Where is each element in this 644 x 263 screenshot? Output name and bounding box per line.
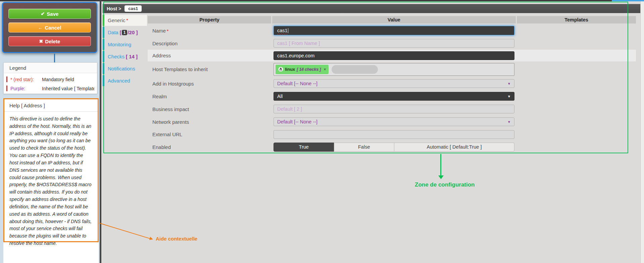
help-annotation-label: Aide contextuelle [156,236,197,242]
tab-advanced[interactable]: Advanced [103,75,147,86]
help-panel: Help [ Address ] This directive is used … [3,98,99,242]
property-label: Enabled [148,144,271,150]
tab-notifications[interactable]: Notifications [103,63,147,74]
menu-actions-panel: ✔ Save ← Cancel ✖ Delete [2,2,97,53]
template-tag-name: linux [285,67,295,72]
form-tabs: Generic * Data [ 1 /20 ] Monitoring Chec… [103,15,147,87]
configuration-zone-arrow [440,154,441,175]
breadcrumb-section: Host > [107,6,121,11]
name-input[interactable]: cas1 [274,26,514,35]
template-tag-linux[interactable]: linux [ 14 checks ] × [276,65,329,74]
legend-color-bar [6,86,7,91]
tab-label: Checks [108,54,125,59]
host-config-page: ✔ Save ← Cancel ✖ Delete Menu Actions Le… [0,0,644,263]
property-label: Realm [148,94,271,99]
table-row-description: Description [148,37,636,50]
template-tag-checks: [ 14 checks ] [297,67,321,72]
property-label: Address [148,53,271,58]
property-label: Add in Hostgroups [148,81,271,87]
menu-actions-arrow [54,54,55,63]
tab-monitoring[interactable]: Monitoring [103,39,147,50]
legend-color-bar [6,76,7,82]
external-url-input[interactable] [274,130,514,139]
linux-icon [278,67,283,72]
network-parents-select[interactable]: Default [-- None --] ▼ [274,117,514,126]
table-row-name: Name* cas1 [148,24,636,37]
window-top-accent [612,0,644,1]
tab-bracket: /20 ] [128,30,138,35]
selected-value: All [277,94,283,99]
help-title: Help [ Address ] [4,99,98,112]
cancel-button[interactable]: ← Cancel [8,22,91,33]
property-label: Host Templates to inherit [148,66,271,72]
chevron-down-icon: ▼ [507,95,511,98]
table-row-realm: Realm All ▼ [148,90,636,103]
tab-bracket: [ [120,30,121,35]
business-impact-input[interactable] [274,105,514,113]
legend-desc: Inherited value [ Template ... [42,86,94,91]
cross-icon: ✖ [39,39,43,44]
scrollbar-track[interactable] [640,1,644,263]
table-row-business-impact: Business impact [148,103,636,115]
help-annotation-arrowhead [149,237,153,241]
name-value: cas1 [277,28,288,33]
required-star: * [167,29,168,34]
host-templates-input[interactable]: linux [ 14 checks ] × [274,63,514,76]
save-button-label: Save [47,11,58,17]
table-row-network-parents: Network parents Default [-- None --] ▼ [148,115,636,128]
delete-button-label: Delete [45,39,60,44]
property-label: Description [148,41,271,46]
property-table: Property Value Templates Name* cas1 Desc… [148,16,636,153]
legend-key: Purple: [10,86,42,91]
address-value: cas1.europe.com [277,53,314,58]
tab-label: Notifications [108,66,135,71]
property-label: Business impact [148,106,271,112]
enabled-option-true[interactable]: True [274,143,334,152]
configuration-zone-label: Zone de configuration [415,181,475,188]
table-row-host-templates: Host Templates to inherit linux [ 14 che… [148,61,636,77]
enabled-option-automatic[interactable]: Automatic [ Default:True ] [394,143,514,152]
remove-tag-icon[interactable]: × [324,67,326,72]
header-property: Property [148,16,271,23]
configuration-zone-arrowhead [438,175,444,179]
check-icon: ✔ [41,11,45,16]
delete-button[interactable]: ✖ Delete [8,36,91,46]
table-row-address: Address cas1.europe.com [148,50,636,61]
property-label: Name [152,28,166,34]
header-value: Value [272,16,516,23]
selected-value: Default [-- None --] [277,81,317,86]
save-button[interactable]: ✔ Save [8,9,91,19]
legend-key: * (red star): [10,77,42,82]
legend-item-purple: Purple: Inherited value [ Template ... [6,84,94,93]
tab-checks[interactable]: Checks [ 14 ] [103,51,147,62]
tab-label: Monitoring [108,42,131,47]
enabled-option-false[interactable]: False [334,143,395,152]
tab-label: Data [108,30,118,35]
tab-count-badge: 1 [122,30,128,35]
required-star: * [127,18,128,23]
tab-generic[interactable]: Generic * [103,15,147,26]
table-row-hostgroups: Add in Hostgroups Default [-- None --] ▼ [148,77,636,90]
tab-label: Generic [108,17,126,23]
address-input[interactable]: cas1.europe.com [274,51,514,60]
arrow-left-icon: ← [38,25,43,30]
description-input[interactable] [274,39,514,48]
text-cursor [288,28,288,33]
tab-data[interactable]: Data [ 1 /20 ] [103,27,147,38]
breadcrumb: Host > cas1 [103,4,640,13]
enabled-toggle: True False Automatic [ Default:True ] [274,143,514,152]
table-row-external-url: External URL [148,128,636,141]
legend-title: Legend [4,63,97,73]
legend-item-mandatory: * (red star): Mandatory field [6,75,94,84]
selected-value: Default [-- None --] [277,119,317,124]
table-header: Property Value Templates [148,16,636,23]
table-row-enabled: Enabled True False Automatic [ Default:T… [148,141,636,153]
breadcrumb-item-badge: cas1 [125,5,142,12]
realm-select[interactable]: All ▼ [274,92,514,101]
header-templates: Templates [517,16,636,23]
legend-panel: Legend * (red star): Mandatory field Pur… [3,62,97,94]
tab-count: [ 14 ] [126,54,138,59]
cancel-button-label: Cancel [45,25,61,31]
hostgroups-select[interactable]: Default [-- None --] ▼ [274,79,514,88]
add-template-field[interactable] [332,65,378,74]
